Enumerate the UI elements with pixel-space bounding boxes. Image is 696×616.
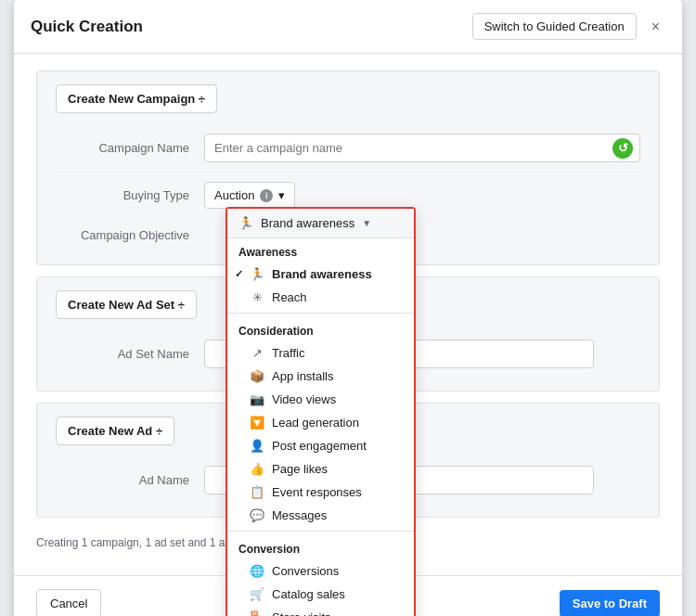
post-engagement-icon: 👤: [250, 439, 264, 453]
dropdown-item-catalog-sales[interactable]: 🛒 Catalog sales: [227, 583, 414, 606]
conversions-icon: 🌐: [250, 564, 264, 578]
event-responses-icon: 📋: [250, 485, 264, 499]
catalog-sales-icon: 🛒: [250, 587, 264, 601]
store-visits-label: Store visits: [272, 610, 331, 616]
lead-generation-label: Lead generation: [272, 416, 359, 430]
dropdown-item-traffic[interactable]: ↗ Traffic: [227, 341, 414, 365]
objective-dropdown-menu: 🏃 Brand awareness ▼ Awareness 🏃 Brand aw…: [226, 207, 416, 616]
brand-awareness-icon: 🏃: [250, 267, 264, 281]
video-views-label: Video views: [272, 392, 336, 406]
page-likes-icon: 👍: [250, 462, 264, 476]
modal-body: Create New Campaign ÷ Campaign Name ↺ Bu…: [14, 54, 682, 566]
adset-name-label: Ad Set Name: [56, 347, 204, 361]
dropdown-item-brand-awareness[interactable]: 🏃 Brand awareness: [227, 263, 414, 286]
campaign-objective-label: Campaign Objective: [56, 228, 204, 242]
footer-right: Save to Draft: [560, 590, 660, 616]
save-to-draft-button[interactable]: Save to Draft: [560, 590, 660, 616]
objective-trigger-icon: 🏃: [238, 216, 253, 230]
campaign-name-row: Campaign Name ↺: [56, 124, 640, 173]
quick-creation-modal: Quick Creation Switch to Guided Creation…: [14, 0, 682, 616]
page-likes-label: Page likes: [272, 462, 328, 476]
modal-title: Quick Creation: [31, 18, 143, 36]
post-engagement-label: Post engagement: [272, 439, 367, 453]
info-icon: i: [260, 189, 273, 202]
dropdown-item-store-visits[interactable]: 🏪 Store visits: [227, 606, 414, 616]
modal-header-actions: Switch to Guided Creation ×: [472, 13, 665, 40]
dropdown-item-page-likes[interactable]: 👍 Page likes: [227, 457, 414, 481]
objective-trigger-chevron: ▼: [362, 218, 371, 228]
dropdown-item-app-installs[interactable]: 📦 App installs: [227, 365, 414, 388]
objective-trigger-label: Brand awareness: [261, 216, 354, 230]
lead-generation-icon: 🔽: [250, 416, 264, 430]
reach-label: Reach: [272, 290, 307, 304]
buying-type-value: Auction: [214, 188, 254, 202]
video-views-icon: 📷: [250, 392, 264, 406]
buying-type-label: Buying Type: [56, 188, 204, 202]
create-new-adset-button[interactable]: Create New Ad Set ÷: [56, 290, 197, 319]
traffic-icon: ↗: [250, 346, 264, 360]
dropdown-item-lead-generation[interactable]: 🔽 Lead generation: [227, 411, 414, 434]
consideration-section-label: Consideration: [227, 317, 414, 341]
awareness-section-label: Awareness: [227, 238, 414, 263]
create-new-ad-button[interactable]: Create New Ad ÷: [56, 417, 174, 445]
reach-icon: ✳: [250, 290, 264, 304]
dropdown-item-conversions[interactable]: 🌐 Conversions: [227, 559, 414, 583]
modal-header: Quick Creation Switch to Guided Creation…: [14, 0, 682, 54]
event-responses-label: Event responses: [272, 485, 362, 499]
objective-dropdown-trigger[interactable]: 🏃 Brand awareness ▼: [227, 209, 414, 238]
store-visits-icon: 🏪: [250, 610, 264, 616]
refresh-icon: ↺: [612, 138, 633, 159]
create-new-campaign-button[interactable]: Create New Campaign ÷: [56, 84, 217, 113]
campaign-name-label: Campaign Name: [56, 141, 204, 155]
divider-1: [227, 313, 414, 314]
dropdown-item-post-engagement[interactable]: 👤 Post engagement: [227, 434, 414, 457]
dropdown-item-messages[interactable]: 💬 Messages: [227, 504, 414, 527]
messages-icon: 💬: [250, 508, 264, 522]
close-button[interactable]: ×: [646, 17, 665, 37]
conversions-label: Conversions: [272, 564, 339, 578]
buying-type-chevron: ▾: [278, 188, 285, 202]
buying-type-dropdown[interactable]: Auction i ▾: [204, 182, 295, 209]
app-installs-icon: 📦: [250, 369, 264, 383]
messages-label: Messages: [272, 508, 327, 522]
conversion-section-label: Conversion: [227, 535, 414, 559]
traffic-label: Traffic: [272, 346, 304, 360]
guided-creation-button[interactable]: Switch to Guided Creation: [472, 13, 637, 40]
divider-2: [227, 531, 414, 532]
campaign-name-input[interactable]: [204, 134, 640, 162]
dropdown-item-event-responses[interactable]: 📋 Event responses: [227, 481, 414, 504]
app-installs-label: App installs: [272, 369, 333, 383]
brand-awareness-label: Brand awareness: [272, 267, 372, 281]
dropdown-item-video-views[interactable]: 📷 Video views: [227, 388, 414, 411]
dropdown-item-reach[interactable]: ✳ Reach: [227, 286, 414, 309]
ad-name-label: Ad Name: [56, 473, 204, 487]
catalog-sales-label: Catalog sales: [272, 587, 345, 601]
cancel-button[interactable]: Cancel: [36, 589, 101, 616]
campaign-name-field-wrapper: ↺: [204, 134, 640, 162]
